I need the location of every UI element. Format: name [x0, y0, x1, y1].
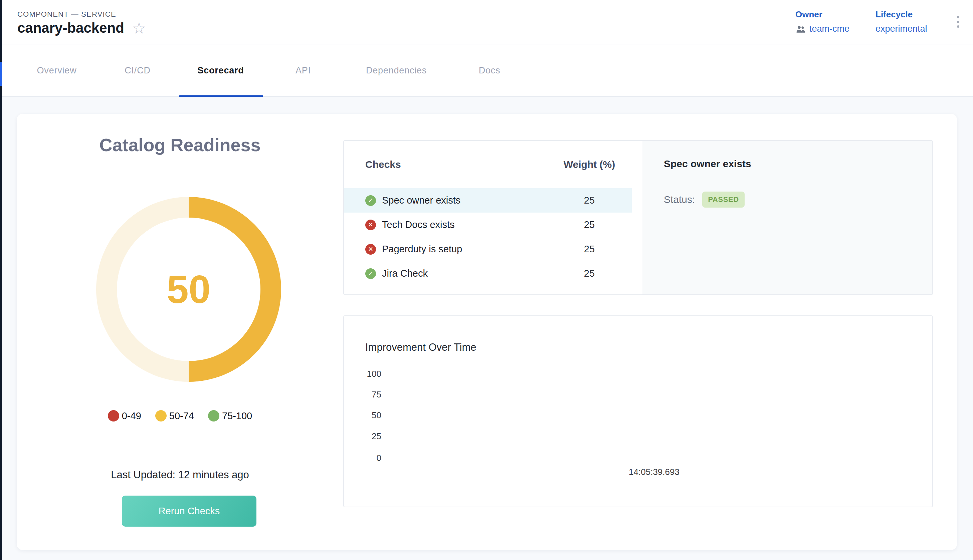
legend-dot-yellow — [155, 410, 167, 422]
score-legend: 0-49 50-74 75-100 — [17, 410, 343, 422]
tab-overview[interactable]: Overview — [37, 44, 77, 97]
lifecycle-value[interactable]: experimental — [876, 24, 927, 34]
check-row-weight: 25 — [562, 219, 616, 230]
checks-card: Checks Weight (%) Spec owner exists 25 T… — [343, 140, 933, 295]
check-fail-icon — [365, 220, 376, 230]
score-gauge-hole: 50 — [117, 218, 260, 361]
legend-item-high: 75-100 — [208, 410, 252, 422]
legend-item-mid: 50-74 — [155, 410, 194, 422]
check-pass-icon — [365, 195, 376, 206]
owner-label: Owner — [795, 9, 849, 20]
check-row-label: Tech Docs exists — [382, 219, 557, 230]
weight-column-header: Weight (%) — [562, 159, 616, 170]
y-axis-tick: 50 — [350, 410, 381, 420]
check-detail-panel: Spec owner exists Status: PASSED — [643, 141, 932, 294]
check-status-row: Status: PASSED — [664, 192, 919, 208]
legend-label: 0-49 — [122, 410, 141, 422]
score-gauge: 50 — [96, 197, 281, 382]
nav-rail-active-indicator — [0, 62, 2, 86]
y-axis-tick: 0 — [350, 453, 381, 463]
improvement-chart-card: Improvement Over Time 100 75 50 25 0 14:… — [343, 315, 933, 507]
rerun-checks-button[interactable]: Rerun Checks — [122, 496, 257, 527]
check-row-weight: 25 — [562, 268, 616, 279]
check-row-weight: 25 — [562, 195, 616, 206]
check-row-tech-docs[interactable]: Tech Docs exists 25 — [344, 213, 643, 237]
legend-dot-green — [208, 410, 219, 422]
check-row-spec-owner[interactable]: Spec owner exists 25 — [344, 188, 632, 213]
tab-bar: Overview CI/CD Scorecard API Dependencie… — [0, 44, 973, 97]
tab-api[interactable]: API — [295, 44, 311, 97]
x-axis-tick: 14:05:39.693 — [621, 467, 688, 477]
tab-docs[interactable]: Docs — [479, 44, 501, 97]
breadcrumb: COMPONENT — SERVICE — [17, 10, 116, 19]
check-fail-icon — [365, 244, 376, 255]
checks-column-header: Checks — [365, 159, 562, 170]
check-row-pagerduty[interactable]: Pagerduty is setup 25 — [344, 237, 643, 261]
page-title: canary-backend — [17, 20, 124, 36]
lifecycle-label: Lifecycle — [876, 9, 927, 20]
lifecycle-block: Lifecycle experimental — [876, 9, 927, 34]
legend-dot-red — [108, 410, 119, 422]
checks-table-header: Checks Weight (%) — [344, 141, 643, 188]
y-axis-tick: 75 — [350, 390, 381, 400]
owner-link[interactable]: team-cme — [809, 24, 849, 34]
tab-dependencies[interactable]: Dependencies — [366, 44, 427, 97]
title-row: canary-backend ☆ — [17, 20, 146, 36]
legend-label: 75-100 — [222, 410, 252, 422]
checks-table: Checks Weight (%) Spec owner exists 25 T… — [344, 141, 643, 294]
team-icon — [795, 25, 806, 33]
last-updated-text: Last Updated: 12 minutes ago — [17, 469, 343, 481]
check-row-label: Jira Check — [382, 268, 557, 279]
nav-rail — [0, 0, 2, 560]
tab-scorecard[interactable]: Scorecard — [197, 44, 244, 97]
check-row-jira[interactable]: Jira Check 25 — [344, 261, 643, 286]
score-value: 50 — [167, 267, 210, 312]
check-pass-icon — [365, 268, 376, 279]
y-axis-tick: 25 — [350, 431, 381, 441]
star-icon[interactable]: ☆ — [132, 20, 146, 36]
check-row-label: Spec owner exists — [382, 195, 557, 206]
owner-block: Owner team-cme — [795, 9, 849, 34]
status-badge: PASSED — [702, 192, 744, 208]
entity-header: COMPONENT — SERVICE canary-backend ☆ Own… — [0, 0, 973, 44]
check-row-label: Pagerduty is setup — [382, 243, 557, 255]
active-tab-underline — [179, 95, 263, 97]
kebab-menu-icon[interactable] — [956, 15, 961, 29]
scorecard-panel: Catalog Readiness 50 0-49 50-74 75-100 L… — [17, 114, 957, 550]
y-axis-tick: 100 — [350, 369, 381, 379]
check-row-weight: 25 — [562, 243, 616, 255]
tab-cicd[interactable]: CI/CD — [125, 44, 150, 97]
status-label: Status: — [664, 194, 695, 205]
scorecard-title: Catalog Readiness — [17, 135, 343, 155]
legend-item-low: 0-49 — [108, 410, 141, 422]
check-detail-title: Spec owner exists — [664, 158, 919, 170]
improvement-chart-title: Improvement Over Time — [365, 342, 476, 353]
legend-label: 50-74 — [169, 410, 194, 422]
